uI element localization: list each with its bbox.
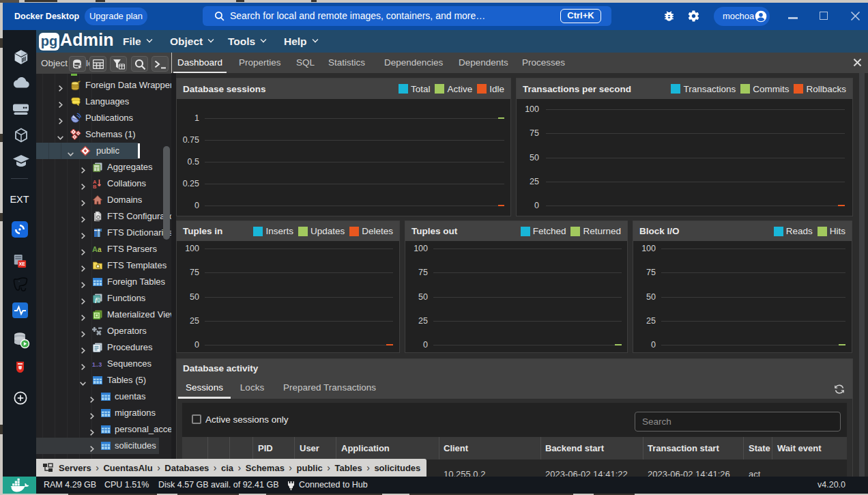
svg-text:A: A [92,245,98,253]
svg-text:(): () [97,297,100,302]
svg-text:B: B [93,184,97,189]
svg-text:a: a [98,246,102,253]
svg-text:1..3: 1..3 [92,361,102,368]
svg-text:XE: XE [19,261,26,266]
